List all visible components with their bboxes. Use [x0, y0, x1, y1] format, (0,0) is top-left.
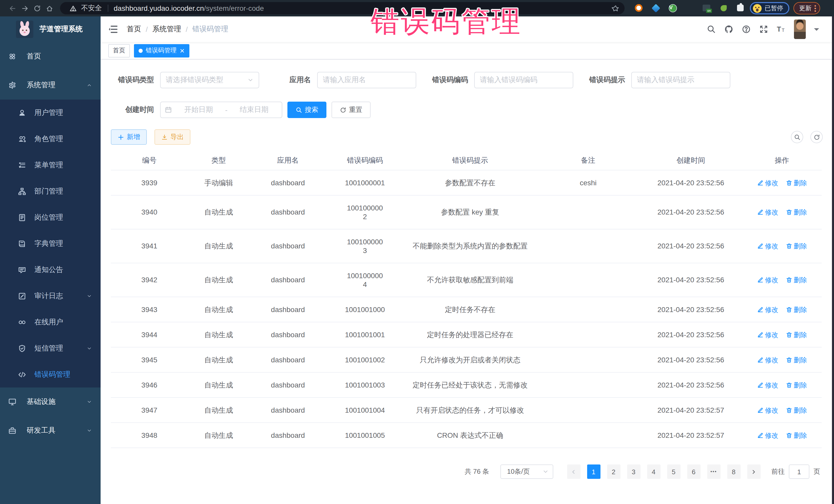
- sidebar-item-user[interactable]: 用户管理: [0, 100, 101, 126]
- extension-icon-2[interactable]: [652, 4, 660, 12]
- sidebar-item-system[interactable]: 系统管理: [0, 71, 101, 100]
- delete-link[interactable]: 删除: [786, 177, 807, 189]
- sidebar-item-post[interactable]: 岗位管理: [0, 204, 101, 231]
- tag-error-code[interactable]: 错误码管理: [134, 44, 190, 57]
- extension-icon-4[interactable]: [686, 4, 694, 12]
- page-button-3[interactable]: 3: [627, 464, 640, 479]
- delete-link[interactable]: 删除: [786, 329, 807, 341]
- page-size-select[interactable]: 10条/页: [500, 464, 553, 479]
- sidebar-item-dict[interactable]: 字典管理: [0, 231, 101, 257]
- edit-link[interactable]: 修改: [757, 329, 778, 341]
- end-date-input[interactable]: 结束日期: [231, 105, 278, 114]
- next-page-button[interactable]: [747, 464, 760, 479]
- hamburger-icon[interactable]: [108, 24, 118, 35]
- edit-link[interactable]: 修改: [757, 404, 778, 416]
- tag-close-icon[interactable]: [180, 48, 185, 53]
- address-bar[interactable]: 不安全 dashboard.yudao.iocoder.cn/system/er…: [60, 2, 624, 14]
- page-button-1[interactable]: 1: [587, 464, 600, 479]
- security-chip[interactable]: 不安全: [69, 4, 102, 13]
- extension-icon-1[interactable]: [635, 4, 643, 12]
- delete-link[interactable]: 删除: [786, 429, 807, 441]
- page-button-2[interactable]: 2: [607, 464, 620, 479]
- col-code: 错误码编码: [326, 156, 403, 165]
- app-name-input[interactable]: 请输入应用名: [317, 72, 416, 88]
- refresh-table-button[interactable]: [810, 131, 823, 143]
- browser-profile-chip[interactable]: 已暂停: [750, 2, 789, 14]
- tag-home[interactable]: 首页: [108, 44, 130, 57]
- start-date-input[interactable]: 开始日期: [175, 105, 222, 114]
- error-type-select[interactable]: 请选择错误码类型: [160, 72, 259, 88]
- error-msg-input[interactable]: 请输入错误码提示: [631, 72, 730, 88]
- avatar-caret-icon[interactable]: [814, 28, 819, 33]
- page-button-6[interactable]: 6: [687, 464, 700, 479]
- sidebar-logo[interactable]: 芋道管理系统: [0, 17, 101, 42]
- header-search-icon[interactable]: [707, 25, 716, 34]
- extension-icon-6[interactable]: [720, 4, 728, 12]
- edit-link[interactable]: 修改: [757, 304, 778, 315]
- cell-time: 2021-04-20 23:52:56: [639, 329, 742, 341]
- user-avatar[interactable]: [794, 20, 806, 39]
- add-button[interactable]: 新增: [111, 129, 147, 145]
- page-button-4[interactable]: 4: [647, 464, 660, 479]
- prev-page-button[interactable]: [567, 464, 580, 479]
- breadcrumb-system[interactable]: 系统管理: [152, 25, 181, 34]
- delete-link[interactable]: 删除: [786, 404, 807, 416]
- page-button-5[interactable]: 5: [667, 464, 680, 479]
- edit-link[interactable]: 修改: [757, 274, 778, 286]
- github-icon[interactable]: [724, 25, 733, 34]
- sidebar-item-menu[interactable]: 菜单管理: [0, 152, 101, 178]
- svg-text:T: T: [782, 28, 785, 33]
- browser-update-button[interactable]: 更新: [793, 2, 820, 14]
- delete-link[interactable]: 删除: [786, 240, 807, 252]
- edit-link[interactable]: 修改: [757, 240, 778, 252]
- delete-link[interactable]: 删除: [786, 354, 807, 366]
- reset-button[interactable]: 重置: [332, 102, 371, 118]
- help-icon[interactable]: [742, 25, 751, 34]
- goto-page-input[interactable]: 1: [789, 464, 809, 479]
- back-icon[interactable]: [6, 2, 19, 14]
- export-button[interactable]: 导出: [154, 129, 191, 145]
- delete-link[interactable]: 删除: [786, 304, 807, 315]
- sidebar-item-infra[interactable]: 基础设施: [0, 388, 101, 416]
- sidebar-item-audit[interactable]: 审计日志: [0, 283, 101, 309]
- home-icon[interactable]: [43, 2, 56, 14]
- sidebar-item-home[interactable]: 首页: [0, 42, 101, 71]
- error-code-input[interactable]: 请输入错误码编码: [474, 72, 573, 88]
- sidebar-item-notice[interactable]: 通知公告: [0, 257, 101, 283]
- book-icon: [18, 239, 26, 248]
- filter-type-label: 错误码类型: [118, 75, 160, 85]
- search-button[interactable]: 搜索: [287, 102, 326, 118]
- extension-icon-3[interactable]: V: [669, 4, 677, 12]
- warning-icon: [69, 4, 77, 12]
- extension-icon-7[interactable]: [737, 4, 745, 12]
- delete-link[interactable]: 删除: [786, 379, 807, 391]
- sidebar-item-sms[interactable]: 短信管理: [0, 335, 101, 361]
- date-range-picker[interactable]: 开始日期 - 结束日期: [160, 102, 282, 118]
- fullscreen-icon[interactable]: [759, 25, 768, 34]
- cell-app: dashboard: [249, 177, 326, 189]
- edit-link[interactable]: 修改: [757, 354, 778, 366]
- page-button-•••[interactable]: •••: [707, 464, 720, 479]
- browser-menu-icon[interactable]: [814, 5, 816, 12]
- edit-link[interactable]: 修改: [757, 177, 778, 189]
- sidebar-item-dept[interactable]: 部门管理: [0, 178, 101, 204]
- sidebar-item-online[interactable]: 在线用户: [0, 309, 101, 335]
- sidebar-item-devtool[interactable]: 研发工具: [0, 416, 101, 445]
- search-icon: [295, 107, 302, 113]
- toggle-search-button[interactable]: [791, 131, 803, 143]
- cell-id: 3945: [111, 354, 188, 366]
- reload-icon[interactable]: [31, 2, 43, 14]
- edit-link[interactable]: 修改: [757, 429, 778, 441]
- extension-icon-5[interactable]: on: [703, 4, 711, 12]
- page-button-8[interactable]: 8: [727, 464, 740, 479]
- delete-link[interactable]: 删除: [786, 206, 807, 218]
- forward-icon[interactable]: [19, 2, 31, 14]
- fontsize-icon[interactable]: TT: [776, 25, 786, 34]
- bookmark-star-icon[interactable]: [612, 4, 619, 12]
- sidebar-item-errcode[interactable]: 错误码管理: [0, 361, 101, 388]
- edit-link[interactable]: 修改: [757, 379, 778, 391]
- edit-link[interactable]: 修改: [757, 206, 778, 218]
- breadcrumb-home[interactable]: 首页: [127, 25, 141, 34]
- delete-link[interactable]: 删除: [786, 274, 807, 286]
- sidebar-item-role[interactable]: 角色管理: [0, 126, 101, 152]
